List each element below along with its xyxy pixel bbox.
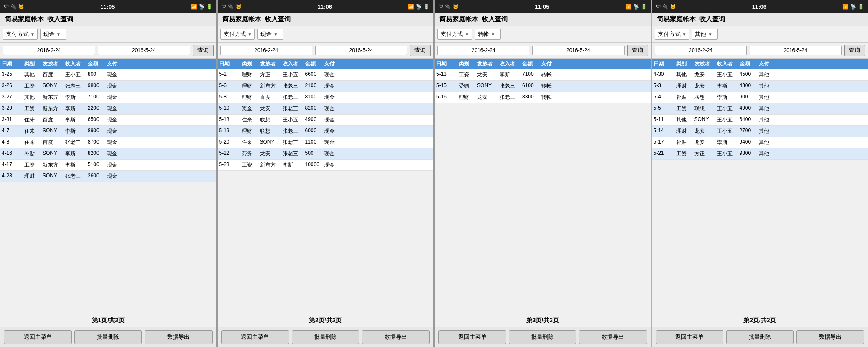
table-cell: 现金 [105,148,125,159]
date-start-button[interactable]: 2016-2-24 [220,46,312,55]
table-cell: 王小五 [716,148,738,159]
date-end-button[interactable]: 2016-5-24 [315,46,407,55]
status-right-icons: 📶 📡 🔋 [625,4,647,10]
bottom-button-0[interactable]: 返回主菜单 [438,330,506,344]
table-row[interactable]: 5-22劳务龙安张老三500现金 [218,148,434,160]
table-row[interactable]: 5-10奖金龙安张老三8200现金 [218,103,434,115]
table-cell: 现金 [105,115,125,125]
query-button[interactable]: 查询 [627,45,648,56]
table-row[interactable]: 5-2理财方正王小五6600现金 [218,69,434,81]
query-button[interactable]: 查询 [193,45,214,56]
table-header-cell: 日期 [218,59,240,69]
table-cell: 王小五 [716,126,738,137]
table-row[interactable]: 3-26工资SONY张老三9800现金 [0,81,216,92]
table-header-cell: 收入者 [498,59,521,69]
payment-method-value-select[interactable]: 转帐 ▼ [475,29,501,40]
table-cell: 王小五 [281,69,304,80]
status-bar: 🛡 🔌 🐱 11:06 📶 📡 🔋 [652,0,868,13]
table-row[interactable]: 3-27其他新东方李斯7100现金 [0,92,216,103]
table-header-cell: 收入者 [716,59,738,69]
table-row[interactable]: 5-6理财新东方张老三2100现金 [218,81,434,92]
table-cell: 4-30 [652,69,675,80]
bottom-button-2[interactable]: 数据导出 [579,330,647,344]
bottom-button-2[interactable]: 数据导出 [362,330,430,344]
table-row[interactable]: 5-18住来联想王小五4900现金 [218,115,434,126]
bottom-button-0[interactable]: 返回主菜单 [656,330,723,344]
date-start-button[interactable]: 2016-2-24 [655,46,747,55]
payment-method-label-select[interactable]: 支付方式 ▼ [3,29,38,40]
status-left-icons: 🛡 🔌 🐱 [438,4,459,10]
payment-method-label-select[interactable]: 支付方式 ▼ [655,29,690,40]
table-row[interactable]: 5-5工资联想王小五4900其他 [652,103,868,115]
table-cell: 现金 [323,103,342,114]
query-button[interactable]: 查询 [844,45,865,56]
query-button[interactable]: 查询 [410,45,431,56]
table-row[interactable]: 5-13工资龙安李斯7100转帐 [435,69,651,81]
table-cell: 1100 [304,137,323,148]
payment-method-value-select[interactable]: 其他 ▼ [692,29,718,40]
table-row[interactable]: 5-16理财龙安张老三8300转帐 [435,92,651,103]
table-row[interactable]: 5-15受赠SONY张老三6100转帐 [435,81,651,92]
table-row[interactable]: 5-17补贴龙安李斯9400其他 [652,137,868,148]
table-row[interactable]: 3-31住来百度李斯6500现金 [0,115,216,126]
table-row[interactable]: 4-16补贴SONY李斯8200现金 [0,148,216,160]
table-row[interactable]: 3-25其他百度王小五800现金 [0,69,216,81]
table-header-cell: 发放者 [693,59,716,69]
date-end-button[interactable]: 2016-5-24 [750,46,842,55]
date-end-button[interactable]: 2016-5-24 [98,46,190,55]
table-cell: 其他 [757,137,776,148]
table-cell: 现金 [323,81,342,92]
date-end-button[interactable]: 2016-5-24 [532,46,624,55]
table-cell: 补贴 [675,92,693,103]
table-cell: 6500 [86,115,105,125]
table-row[interactable]: 5-8理财百度张老三8100现金 [218,92,434,103]
bottom-button-0[interactable]: 返回主菜单 [4,330,72,344]
table-cell: SONY [41,126,64,137]
table-row[interactable]: 5-20住来SONY张老三1100现金 [218,137,434,148]
table-row[interactable]: 5-3理财龙安李斯4300其他 [652,81,868,92]
table-row[interactable]: 5-14理财龙安王小五2700其他 [652,126,868,137]
status-time: 11:05 [535,3,549,10]
filter-value: 现金 [43,30,55,38]
payment-method-value-select[interactable]: 现金 ▼ [40,29,66,40]
table-cell: 5-13 [435,69,457,80]
table-row[interactable]: 4-28理财SONY张老三2600现金 [0,171,216,182]
bottom-button-2[interactable]: 数据导出 [796,330,864,344]
date-start-button[interactable]: 2016-2-24 [3,46,95,55]
table-cell: 李斯 [64,92,86,103]
table-cell: 5-15 [435,81,457,92]
table-cell: 5-11 [652,115,675,125]
table-cell: 4-8 [0,137,23,148]
table-row[interactable]: 3-29工资新东方李斯2200现金 [0,103,216,115]
bottom-button-1[interactable]: 批量删除 [292,330,359,344]
wifi-icon: 📶 [191,4,197,10]
bottom-button-0[interactable]: 返回主菜单 [221,330,289,344]
table-row[interactable]: 5-21工资方正王小五9800其他 [652,148,868,160]
table-cell: 8700 [86,137,105,148]
table-cell: 方正 [693,148,716,159]
date-start-button[interactable]: 2016-2-24 [437,46,529,55]
status-right-icons: 📶 📡 🔋 [408,4,430,10]
bottom-button-1[interactable]: 批量删除 [509,330,576,344]
table-row[interactable]: 4-8住来百度张老三8700现金 [0,137,216,148]
payment-method-label-select[interactable]: 支付方式 ▼ [437,29,472,40]
table-cell: 3-27 [0,92,23,103]
table-row[interactable]: 5-4补贴联想李斯900其他 [652,92,868,103]
bottom-button-2[interactable]: 数据导出 [145,330,212,344]
table-cell: 现金 [105,137,125,148]
table-row[interactable]: 4-17工资新东方李斯5100现金 [0,160,216,171]
table-cell: 李斯 [64,160,86,170]
table-row[interactable]: 5-23工资新东方李斯10000现金 [218,160,434,171]
payment-method-value-select[interactable]: 现金 ▼ [257,29,283,40]
table-row[interactable]: 4-7住来SONY李斯8900现金 [0,126,216,137]
table-row[interactable]: 5-11其他SONY王小五6400其他 [652,115,868,126]
bottom-button-1[interactable]: 批量删除 [74,330,142,344]
payment-method-label-select[interactable]: 支付方式 ▼ [220,29,255,40]
table-header-cell: 金额 [521,59,540,69]
table-row[interactable]: 4-30其他龙安王小五4500其他 [652,69,868,81]
bottom-button-1[interactable]: 批量删除 [726,330,794,344]
table-row[interactable]: 5-19理财联想张老三6000现金 [218,126,434,137]
date-row: 2016-2-24 2016-5-24 查询 [652,43,868,59]
table-cell: 李斯 [64,103,86,114]
table-body: 3-25其他百度王小五800现金3-26工资SONY张老三9800现金3-27其… [0,69,216,314]
